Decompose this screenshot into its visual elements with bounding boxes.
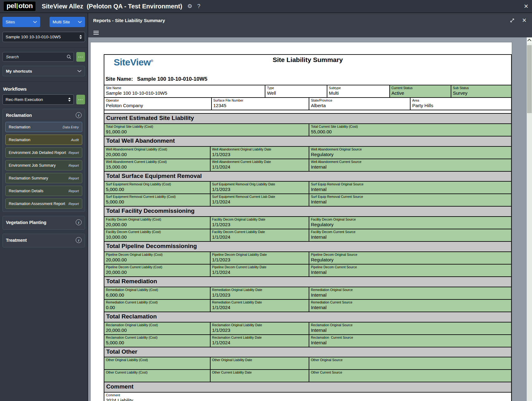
workflow-selector-value: Rec-Rem Execution: [6, 97, 43, 102]
cell-value: 20,000.00: [106, 222, 208, 228]
report-cell: Well Abandonment Current Liability Date1…: [211, 159, 309, 171]
report-cell: Other Current Liability Date: [211, 370, 309, 382]
report-cell: Remediation Original Liability Date1/1/2…: [211, 287, 309, 299]
app-close-icon[interactable]: ×: [524, 2, 528, 10]
info-icon[interactable]: i: [76, 237, 82, 243]
my-shortcuts-toggle[interactable]: My shortcuts: [2, 66, 85, 76]
panel-close-icon[interactable]: ×: [522, 17, 526, 24]
cell-value: [311, 375, 510, 381]
report-cell: Remediation Current SourceInternal: [309, 300, 511, 312]
table-row: Surf Equipment Removal Current Liability…: [104, 194, 511, 207]
workflow-item-reclamation-data-entry[interactable]: ReclamationData Entry: [5, 122, 82, 132]
cell-label: Remediation Original Liability (Cost): [106, 288, 208, 292]
scroll-up-icon[interactable]: [527, 37, 532, 43]
cell-value: Regulatory: [311, 222, 510, 228]
report-cell: Pipeline Decom Original SourceRegulatory: [309, 252, 511, 264]
multi-site-dropdown-button[interactable]: Multi Site: [50, 17, 85, 27]
cell-label: Other Original Liability (Cost): [106, 358, 208, 362]
workflow-group-header: Treatmenti: [5, 236, 82, 244]
cell-label: Facility Decom Original Liability Date: [212, 217, 307, 222]
info-icon[interactable]: i: [76, 112, 82, 118]
cell-value: Internal: [311, 340, 510, 346]
sites-dropdown-button[interactable]: Sites: [2, 17, 40, 27]
workflow-item-reclamation-audit[interactable]: ReclamationAudit: [5, 135, 82, 145]
section-heading-current-estimated-site-liability: Current Estimated Site Liability: [104, 114, 511, 124]
menu-hamburger-icon[interactable]: [93, 30, 99, 36]
cell-label: Remediation Current Liability Date: [212, 300, 307, 304]
cell-label: Well Abandonment Original Liability (Cos…: [106, 147, 208, 151]
search-input[interactable]: [2, 52, 74, 62]
panel-toolbar: [88, 28, 532, 37]
chevron-down-icon: [33, 21, 37, 23]
workflow-item-environment-job-detailed-report-report[interactable]: Environment Job Detailed ReportReport: [5, 147, 82, 158]
workflow-group-title: Treatment: [6, 238, 27, 243]
table-row: Surf Equipment Removal Orig Liability (C…: [104, 182, 511, 194]
cell-value: Internal: [311, 234, 510, 240]
cell-label: Remediation Original Source: [311, 288, 510, 292]
liability-table: Current Estimated Site LiabilityTotal Or…: [104, 113, 511, 401]
expand-icon[interactable]: [510, 18, 515, 23]
scroll-thumb[interactable]: [527, 45, 532, 113]
cell-value: 20,000.00: [106, 269, 208, 275]
report-cell: Pipeline Decom Current Liability (Cost)2…: [104, 265, 211, 276]
report-cell: Other Original Liability (Cost): [104, 357, 211, 369]
search-icon: [67, 55, 71, 60]
sites-dropdown-label: Sites: [6, 20, 15, 24]
cell-value: 1/1/2023: [212, 222, 307, 228]
report-cell: Comment2024 Liability: [104, 393, 511, 401]
report-cell: Surf Equipment Removal Current Liability…: [104, 194, 211, 206]
workflow-item-reclamation-summary-report[interactable]: Reclamation SummaryReport: [5, 173, 82, 183]
report-cell: State/ProvinceAlberta: [309, 98, 411, 110]
search-more-button[interactable]: ···: [76, 52, 85, 62]
workflow-item-environment-job-summary-report[interactable]: Environment Job SummaryReport: [5, 160, 82, 170]
cell-label: Well Abandonment Current Liability Date: [212, 160, 307, 164]
report-cell: Surf Equipment Removal Orig Liability Da…: [211, 182, 309, 193]
report-cell: Well Abandonment Original Liability Date…: [211, 147, 309, 159]
report-panel: Reports - Site Liability Summary × SiteV…: [88, 13, 532, 401]
cell-label: Operator: [106, 98, 210, 103]
cell-value: Alberta: [311, 103, 408, 109]
site-name-value: Sample 100 10-10-010-10W5: [137, 76, 207, 82]
workflow-item-reclamation-assessment-report-report[interactable]: Reclamation Assessment ReportReport: [5, 198, 82, 209]
report-cell: Surf Equipment Removal Orig Liability (C…: [104, 182, 211, 193]
cell-label: Pipeline Decom Original Liability Date: [212, 253, 307, 257]
cell-value: 5,000.00: [106, 186, 208, 193]
report-box: SiteView® Site Liability Summary Site Na…: [104, 54, 512, 401]
report-cell: Facility Decom Original SourceRegulatory: [309, 217, 511, 229]
report-cell: Other Current Source: [309, 370, 511, 382]
cell-value: Well: [267, 90, 325, 96]
cell-label: Facility Decom Current Liability (Cost): [106, 230, 208, 234]
cell-value: 1/1/2024: [212, 340, 307, 346]
site-selector[interactable]: Sample 100 10-10-010-10W5: [2, 32, 85, 42]
cell-value: Active: [392, 90, 449, 96]
report-cell: Reclamation Original Liability (Cost)20,…: [104, 322, 211, 334]
cell-value: 2024 Liability: [106, 397, 510, 401]
workflow-selector[interactable]: Rec-Rem Execution: [2, 94, 74, 105]
info-icon[interactable]: i: [76, 219, 82, 225]
cell-value: [106, 362, 208, 368]
workflow-item-label: Reclamation: [9, 125, 30, 129]
divider: [0, 47, 88, 47]
cell-value: 1/1/2023: [212, 327, 307, 333]
cell-label: Reclamation Current Source: [311, 336, 510, 340]
help-icon[interactable]: ?: [197, 3, 200, 9]
cell-label: Pipeline Decom Original Source: [311, 253, 510, 257]
cell-label: Surf Equipment Removal Current Liability…: [106, 195, 208, 199]
cell-value: 12345: [213, 103, 307, 109]
cell-value: Internal: [311, 164, 510, 170]
table-row: Other Original Liability (Cost)Other Ori…: [104, 357, 511, 370]
report-cell: Other Current Liability (Cost): [104, 370, 211, 382]
table-row: Total Original Site Liability (Cost)91,0…: [104, 124, 511, 136]
vertical-scrollbar[interactable]: [527, 37, 532, 401]
table-row: Facility Decom Current Liability (Cost)1…: [104, 229, 511, 242]
workflow-item-tag: Report: [69, 176, 79, 180]
cell-value: 20,000.00: [106, 151, 208, 158]
cell-value: 55,000.00: [311, 129, 510, 135]
cell-label: Remediation Current Source: [311, 300, 510, 304]
report-cell: Other Original Source: [309, 357, 511, 369]
workflow-more-button[interactable]: ···: [76, 95, 85, 104]
workflow-item-reclamation-details-report[interactable]: Reclamation DetailsReport: [5, 186, 82, 196]
settings-gear-icon[interactable]: ⚙: [187, 3, 192, 9]
site-name-label: Site Name:: [106, 76, 133, 82]
cell-value: 1/1/2024: [212, 199, 307, 205]
